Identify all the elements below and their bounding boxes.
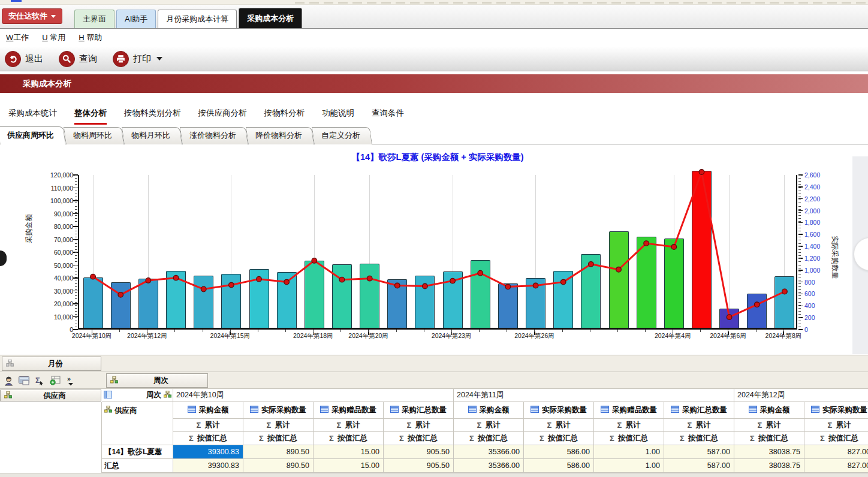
subtab-物料周环比[interactable]: 物料周环比	[66, 126, 124, 144]
subtab-降价物料分析[interactable]: 降价物料分析	[248, 126, 314, 144]
agg-cell-按值汇总[interactable]: Σ按值汇总	[314, 432, 384, 445]
left-axis-tick-label: 20,000	[36, 300, 73, 307]
measure-caption-采购汇总数量[interactable]: 采购汇总数量	[664, 402, 734, 419]
svg-text:Σ: Σ	[35, 376, 40, 385]
agg-cell-按值汇总[interactable]: Σ按值汇总	[734, 432, 804, 445]
group-icon	[110, 376, 118, 385]
subtab-物料月环比[interactable]: 物料月环比	[124, 126, 182, 144]
app-menu-button[interactable]: 安仕达软件	[2, 8, 62, 24]
value-cell[interactable]: 15.00	[314, 459, 384, 473]
window-tab-月份采购成本计算[interactable]: 月份采购成本计算	[158, 10, 237, 28]
field-chip-周次[interactable]: 周次	[106, 373, 208, 388]
week-group-2024年第12周[interactable]: 2024年第12周	[734, 389, 868, 402]
value-cell[interactable]: 38038.75	[734, 445, 804, 459]
agg-cell-按值汇总[interactable]: Σ按值汇总	[804, 432, 868, 445]
agg-cell-按值汇总[interactable]: Σ按值汇总	[594, 432, 664, 445]
more-icon[interactable]: »	[65, 375, 77, 387]
subtab-供应商周环比[interactable]: 供应商周环比	[0, 126, 66, 144]
export-icon[interactable]	[49, 375, 61, 387]
chart-plot-area	[78, 175, 797, 330]
tab-按供应商分析[interactable]: 按供应商分析	[198, 108, 247, 125]
field-chip-月份[interactable]: 月份	[2, 357, 101, 371]
subtab-涨价物料分析[interactable]: 涨价物料分析	[182, 126, 248, 144]
menu-item-帮助[interactable]: H 帮助	[79, 32, 102, 43]
tab-按物料分析[interactable]: 按物料分析	[264, 108, 305, 125]
menu-item-工作[interactable]: W工作	[6, 32, 29, 43]
value-cell[interactable]: 827.00	[804, 459, 868, 473]
value-cell[interactable]: 890.50	[243, 445, 314, 459]
window-tab-AI助手[interactable]: AI助手	[116, 10, 156, 28]
right-axis-title: 实际采购数量	[830, 236, 840, 279]
value-cell[interactable]: 39300.83	[173, 445, 243, 459]
measure-caption-采购金额[interactable]: 采购金额	[734, 402, 804, 419]
subtab-自定义分析[interactable]: 自定义分析	[314, 126, 372, 144]
agg-cell-累计[interactable]: Σ累计	[384, 419, 454, 432]
window-tab-主界面[interactable]: 主界面	[74, 10, 114, 28]
value-cell[interactable]: 38038.75	[734, 459, 804, 473]
agg-cell-累计[interactable]: Σ累计	[314, 419, 384, 432]
value-cell[interactable]: 1.00	[594, 459, 664, 473]
value-cell[interactable]: 587.00	[664, 459, 734, 473]
agg-cell-按值汇总[interactable]: Σ按值汇总	[243, 432, 314, 445]
toolbar-button-打印[interactable]: 打印	[113, 51, 162, 67]
measure-caption-实际采购数量[interactable]: 实际采购数量	[524, 402, 594, 419]
value-cell[interactable]: 905.50	[384, 445, 454, 459]
window-tab-采购成本分析[interactable]: 采购成本分析	[239, 8, 302, 28]
value-cell[interactable]: 890.50	[243, 459, 314, 473]
right-axis-tick-label: 0	[804, 326, 808, 333]
row-header-cell[interactable]: 供应商	[102, 402, 173, 445]
tab-查询条件[interactable]: 查询条件	[372, 108, 404, 125]
agg-cell-累计[interactable]: Σ累计	[664, 419, 734, 432]
tab-按物料类别分析[interactable]: 按物料类别分析	[124, 108, 181, 125]
value-cell[interactable]: 827.00	[804, 445, 868, 459]
agg-cell-按值汇总[interactable]: Σ按值汇总	[454, 432, 524, 445]
row-label-汇总[interactable]: 汇总	[102, 459, 173, 473]
chart-left-collapse-button[interactable]	[0, 250, 7, 266]
table-icon	[468, 406, 477, 415]
tab-功能说明[interactable]: 功能说明	[322, 108, 354, 125]
agg-cell-累计[interactable]: Σ累计	[243, 419, 314, 432]
agg-cell-按值汇总[interactable]: Σ按值汇总	[664, 432, 734, 445]
group-icon	[6, 360, 14, 369]
value-cell[interactable]: 905.50	[384, 459, 454, 473]
field-chip-供应商[interactable]: 供应商	[0, 390, 101, 401]
value-cell[interactable]: 15.00	[314, 445, 384, 459]
value-cell[interactable]: 39300.83	[173, 459, 243, 473]
week-group-2024年第10周[interactable]: 2024年第10周	[173, 389, 454, 402]
agg-cell-累计[interactable]: Σ累计	[524, 419, 594, 432]
toolbar-button-查询[interactable]: 查询	[59, 51, 97, 67]
agg-cell-按值汇总[interactable]: Σ按值汇总	[524, 432, 594, 445]
menu-item-常用[interactable]: U 常用	[42, 32, 65, 43]
value-cell[interactable]: 586.00	[524, 459, 594, 473]
toolbar-button-退出[interactable]: 退出	[5, 51, 43, 67]
tab-采购成本统计[interactable]: 采购成本统计	[8, 108, 57, 125]
value-cell[interactable]: 35366.00	[454, 459, 524, 473]
agg-cell-累计[interactable]: Σ累计	[804, 419, 868, 432]
right-axis-tick-label: 2,000	[804, 207, 820, 215]
agg-cell-累计[interactable]: Σ累计	[454, 419, 524, 432]
agg-cell-累计[interactable]: Σ累计	[734, 419, 804, 432]
agg-cell-按值汇总[interactable]: Σ按值汇总	[384, 432, 454, 445]
measure-caption-实际采购数量[interactable]: 实际采购数量	[804, 402, 868, 419]
measure-caption-采购金额[interactable]: 采购金额	[454, 402, 524, 419]
value-cell[interactable]: 586.00	[524, 445, 594, 459]
layout-icon[interactable]	[18, 375, 30, 387]
agg-cell-按值汇总[interactable]: Σ按值汇总	[173, 432, 243, 445]
value-cell[interactable]: 587.00	[664, 445, 734, 459]
user-icon[interactable]	[2, 375, 14, 387]
measure-caption-采购赠品数量[interactable]: 采购赠品数量	[314, 402, 384, 419]
tab-整体分析[interactable]: 整体分析	[74, 108, 107, 125]
measure-caption-采购赠品数量[interactable]: 采购赠品数量	[594, 402, 664, 419]
measure-caption-实际采购数量[interactable]: 实际采购数量	[243, 402, 314, 419]
sigma-icon[interactable]: Σ	[34, 375, 46, 387]
chevron-down-icon[interactable]	[156, 57, 162, 61]
value-cell[interactable]: 35366.00	[454, 445, 524, 459]
measure-caption-采购金额[interactable]: 采购金额	[173, 402, 243, 419]
agg-cell-累计[interactable]: Σ累计	[594, 419, 664, 432]
week-group-2024年第11周[interactable]: 2024年第11周	[454, 389, 734, 402]
value-cell[interactable]: 1.00	[594, 445, 664, 459]
pivot-corner-cell[interactable]: 周次	[102, 389, 173, 402]
row-label-【14】歌莎L夏蕙[interactable]: 【14】歌莎L夏蕙	[102, 445, 173, 459]
agg-cell-累计[interactable]: Σ累计	[173, 419, 243, 432]
measure-caption-采购汇总数量[interactable]: 采购汇总数量	[384, 402, 454, 419]
